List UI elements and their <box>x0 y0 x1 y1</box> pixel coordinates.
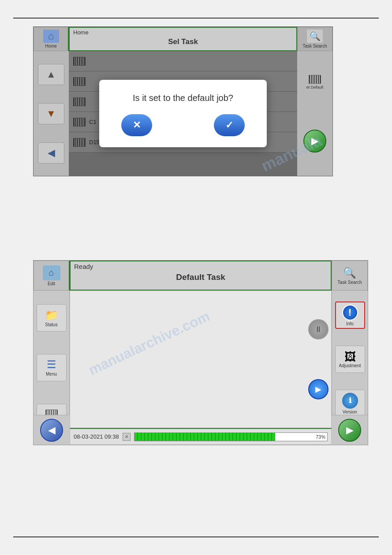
set-default-label: et Default <box>306 85 324 89</box>
s2-statusbar: 08-03-2021 09:38 ✕ 73% <box>70 428 332 445</box>
home-button[interactable]: Home <box>34 27 69 51</box>
s2-nav-arrows: ⏸ ▶ <box>305 291 332 428</box>
s1-home-text: Home <box>73 29 89 36</box>
task-search-icon: 🔍 <box>307 30 323 43</box>
set-default-icon <box>309 75 321 84</box>
s2-bottom-nav-right: ▶ <box>332 415 368 445</box>
task-search-label: Task Search <box>302 44 327 48</box>
status-button[interactable]: 📁 Status <box>37 304 67 332</box>
version-label: Version <box>343 410 357 414</box>
folder-icon: 📁 <box>45 309 58 321</box>
timestamp: 08-03-2021 09:38 <box>74 433 119 440</box>
adjustment-button[interactable]: 🖼 Adjustment <box>335 346 365 373</box>
s2-bottom-nav-left: ◀ <box>34 415 70 445</box>
top-rule <box>13 18 379 19</box>
s2-main-content: manualarchive.com <box>70 291 332 428</box>
status-label: Status <box>45 322 57 327</box>
watermark: manualarchive.com <box>86 308 212 379</box>
set-default-button[interactable]: et Default <box>300 75 330 89</box>
edit-label: Edit <box>48 281 55 286</box>
info-label: Info <box>346 321 354 326</box>
home-label: Home <box>45 44 57 48</box>
screenshot1: Home Home Sel Task 🔍 Task Search ▲ ▼ ◀ C… <box>33 26 333 176</box>
s1-topbar: Home Home Sel Task 🔍 Task Search <box>34 27 332 51</box>
list-icon: ☰ <box>47 358 56 371</box>
progress-bar: 73% <box>134 432 328 441</box>
play-button[interactable]: ▶ <box>308 379 329 399</box>
progress-fill <box>134 433 275 441</box>
menu-label: Menu <box>46 372 57 376</box>
version-icon: ℹ <box>342 393 358 409</box>
task-search-icon: 🔍 <box>343 267 356 279</box>
forward-button[interactable]: ▶ <box>338 419 361 442</box>
back-button[interactable]: ◀ <box>38 142 64 164</box>
back-button[interactable]: ◀ <box>40 419 63 442</box>
s2-topbar: ⌂ Edit Ready Default Task 🔍 Task Search <box>34 261 368 291</box>
s2-header-center: Ready Default Task <box>70 261 332 291</box>
task-title: Default Task <box>74 272 327 282</box>
s1-left-sidebar: ▲ ▼ ◀ <box>34 51 69 176</box>
task-search-button[interactable]: 🔍 Task Search <box>297 27 332 51</box>
down-button[interactable]: ▼ <box>38 103 64 124</box>
up-button[interactable]: ▲ <box>38 64 64 85</box>
dialog-question: Is it set to the default job? <box>133 93 233 103</box>
task-search-button[interactable]: 🔍 Task Search <box>332 261 368 291</box>
confirm-dialog: Is it set to the default job? ✕ ✓ <box>99 80 267 147</box>
s2-right-sidebar: Info 🖼 Adjustment ℹ Version <box>332 291 368 428</box>
s1-right-sidebar: et Default ▶ <box>297 51 332 176</box>
ready-text: Ready <box>74 263 93 270</box>
adjustment-icon: 🖼 <box>344 351 356 362</box>
cancel-button[interactable]: ✕ <box>121 114 152 136</box>
edit-button[interactable]: ⌂ Edit <box>34 261 70 291</box>
bottom-rule <box>13 536 379 537</box>
dialog-buttons: ✕ ✓ <box>112 114 254 136</box>
pause-button[interactable]: ⏸ <box>308 319 329 339</box>
s1-header-center: Home Sel Task <box>69 27 297 51</box>
home-icon <box>43 30 59 43</box>
menu-button[interactable]: ☰ Menu <box>37 354 67 381</box>
adjustment-label: Adjustment <box>339 363 361 368</box>
info-button[interactable]: Info <box>335 302 365 329</box>
s1-header-title: Sel Task <box>73 37 293 46</box>
screenshot2: ⌂ Edit Ready Default Task 🔍 Task Search … <box>33 260 368 445</box>
progress-text: 73% <box>316 434 325 440</box>
confirm-button[interactable]: ✓ <box>214 114 245 136</box>
edit-icon: ⌂ <box>43 265 60 280</box>
dialog-overlay: Is it set to the default job? ✕ ✓ <box>69 51 297 176</box>
forward-button[interactable]: ▶ <box>303 130 326 153</box>
task-search-label: Task Search <box>337 280 362 285</box>
version-button[interactable]: ℹ Version <box>335 390 365 417</box>
close-button[interactable]: ✕ <box>123 433 131 441</box>
info-icon <box>342 305 358 320</box>
